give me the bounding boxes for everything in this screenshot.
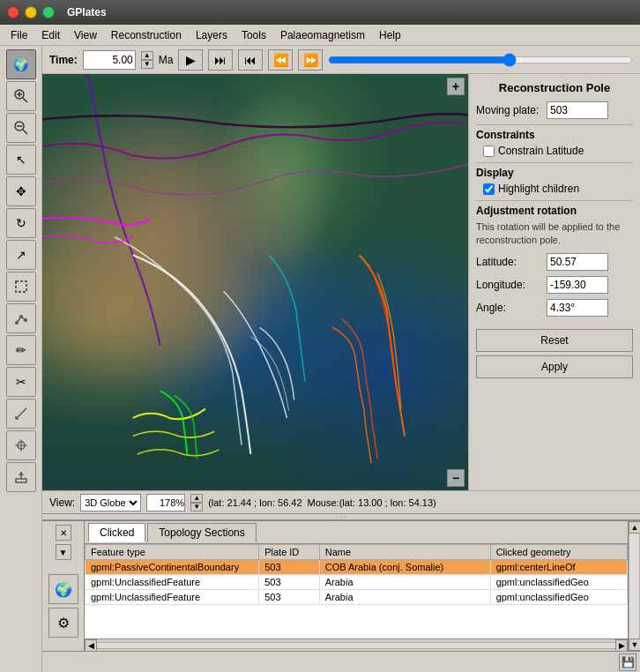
menu-help[interactable]: Help [372, 27, 408, 43]
menu-reconstruction[interactable]: Reconstruction [104, 27, 189, 43]
cell-clicked-geometry: gpml:unclassifiedGeo [490, 590, 627, 605]
table-header-row: Feature type Plate ID Name Clicked geome… [86, 545, 628, 560]
edit-btn[interactable]: ✏ [6, 335, 36, 365]
mouse-coords: Mouse:(lat: 13.00 ; lon: 54.13) [308, 497, 436, 508]
h-scrollbar[interactable]: ◀ ▶ [85, 638, 628, 651]
digitize-btn[interactable] [6, 303, 36, 333]
menu-edit[interactable]: Edit [34, 27, 67, 43]
tab-clicked[interactable]: Clicked [88, 523, 145, 542]
svg-line-1 [23, 98, 27, 102]
time-spin-down[interactable]: ▼ [141, 60, 153, 69]
close-panel-btn[interactable]: ✕ [56, 525, 71, 541]
adjustment-title: Adjustment rotation [476, 205, 633, 217]
cell-clicked-geometry: gpml:centerLineOf [490, 560, 627, 575]
cursor-btn[interactable]: ↖ [6, 145, 36, 175]
fast-back-btn[interactable]: ⏪ [268, 49, 293, 71]
view-label: View: [49, 497, 75, 509]
menu-layers[interactable]: Layers [189, 27, 234, 43]
scroll-left[interactable]: ◀ [85, 639, 97, 652]
table-row[interactable]: gpml:UnclassifiedFeature 503 Arabia gpml… [86, 575, 628, 590]
tilt-btn[interactable]: ↗ [6, 240, 36, 270]
play-btn[interactable]: ▶ [178, 49, 203, 71]
titlebar: GPlates [0, 0, 640, 25]
modify-btn[interactable] [6, 462, 36, 492]
latitude-row: Latitude: [476, 253, 633, 271]
menu-tools[interactable]: Tools [234, 27, 273, 43]
zoom-in-btn[interactable] [6, 81, 36, 111]
reset-button[interactable]: Reset [476, 329, 633, 352]
cell-name: Arabia [319, 575, 490, 590]
save-status-icon[interactable]: 💾 [619, 653, 636, 671]
rotate-btn[interactable]: ↻ [6, 208, 36, 238]
zoom-spin-up[interactable]: ▲ [190, 494, 203, 503]
highlight-children-checkbox[interactable] [483, 183, 495, 195]
statusbar: 💾 [42, 651, 640, 672]
scroll-right[interactable]: ▶ [615, 639, 628, 652]
select-btn[interactable] [6, 272, 36, 302]
v-scrollbar[interactable]: ▲ ▼ [628, 521, 640, 651]
map-zoom-in-btn[interactable]: + [447, 78, 465, 95]
longitude-input[interactable] [547, 276, 608, 294]
display-title: Display [476, 167, 633, 179]
close-btn[interactable] [7, 6, 19, 19]
col-clicked-geometry: Clicked geometry [490, 545, 627, 560]
zoom-input[interactable] [146, 494, 185, 511]
collapse-btn[interactable]: ▼ [56, 544, 71, 560]
angle-row: Angle: [476, 299, 633, 317]
right-panel-title: Reconstruction Pole [476, 81, 633, 94]
table-row[interactable]: gpml:PassiveContinentalBoundary 503 COB … [86, 560, 628, 575]
time-input[interactable] [83, 50, 136, 70]
time-slider[interactable] [328, 52, 633, 68]
latitude-input[interactable] [547, 253, 608, 271]
constrain-latitude-row: Constrain Latitude [483, 145, 633, 157]
svg-marker-7 [16, 281, 26, 292]
latitude-label: Latitude: [476, 256, 547, 268]
menu-file[interactable]: File [4, 27, 34, 43]
minimize-btn[interactable] [25, 6, 37, 19]
constrain-latitude-checkbox[interactable] [483, 146, 495, 157]
time-spin-up[interactable]: ▲ [141, 51, 153, 60]
settings-icon-btn[interactable]: ⚙ [48, 608, 78, 638]
view-select[interactable]: 3D Globe [80, 494, 141, 511]
globe-icon-btn[interactable]: 🌍 [48, 574, 78, 604]
svg-marker-21 [19, 472, 24, 475]
right-panel: Reconstruction Pole Moving plate: Constr… [468, 74, 640, 490]
menubar: File Edit View Reconstruction Layers Too… [0, 25, 640, 46]
tab-topology-sections[interactable]: Topology Sections [147, 523, 256, 542]
svg-line-5 [23, 130, 27, 134]
to-end-btn[interactable]: ⏭ [208, 49, 233, 71]
move-pole-btn[interactable] [6, 430, 36, 460]
measure-btn[interactable] [6, 399, 36, 429]
scroll-down[interactable]: ▼ [629, 638, 640, 651]
pan-btn[interactable]: ✥ [6, 176, 36, 206]
maximize-btn[interactable] [42, 6, 55, 19]
panel-divider[interactable]: · · · [42, 513, 640, 520]
angle-input[interactable] [547, 299, 608, 317]
menu-palaeomagnetism[interactable]: Palaeomagnetism [273, 27, 372, 43]
cell-name: COB Arabia (conj. Somalie) [319, 560, 490, 575]
table-row[interactable]: gpml:UnclassifiedFeature 503 Arabia gpml… [86, 590, 628, 605]
globe-btn[interactable]: 🌍 [6, 49, 36, 79]
tab-bar: Clicked Topology Sections [85, 521, 628, 544]
zoom-spin-down[interactable]: ▼ [190, 503, 203, 511]
cell-feature-type: gpml:UnclassifiedFeature [86, 590, 259, 605]
apply-button[interactable]: Apply [476, 355, 633, 378]
lat-lon-coords: (lat: 21.44 ; lon: 56.42 [208, 497, 301, 508]
separator-2 [476, 162, 633, 163]
cell-plate-id: 503 [259, 560, 320, 575]
zoom-out-btn[interactable] [6, 113, 36, 143]
time-label: Time: [49, 54, 78, 66]
map-zoom-out-btn[interactable]: − [447, 469, 465, 487]
map-area[interactable]: + − [42, 74, 468, 490]
fast-forward-btn[interactable]: ⏩ [298, 49, 323, 71]
cut-btn[interactable]: ✂ [6, 367, 36, 397]
moving-plate-input[interactable] [547, 101, 608, 119]
scroll-up[interactable]: ▲ [629, 521, 640, 534]
adjustment-description: This rotation will be applied to the rec… [476, 220, 633, 248]
svg-line-13 [16, 408, 26, 419]
menu-view[interactable]: View [67, 27, 104, 43]
map-right-split: + − Reconstruction Pole Moving plate: Co… [42, 74, 640, 490]
viewbar: View: 3D Globe ▲ ▼ (lat: 21.44 ; lon: 56… [42, 490, 640, 513]
step-back-btn[interactable]: ⏮ [238, 49, 263, 71]
constrain-latitude-label: Constrain Latitude [498, 145, 584, 157]
